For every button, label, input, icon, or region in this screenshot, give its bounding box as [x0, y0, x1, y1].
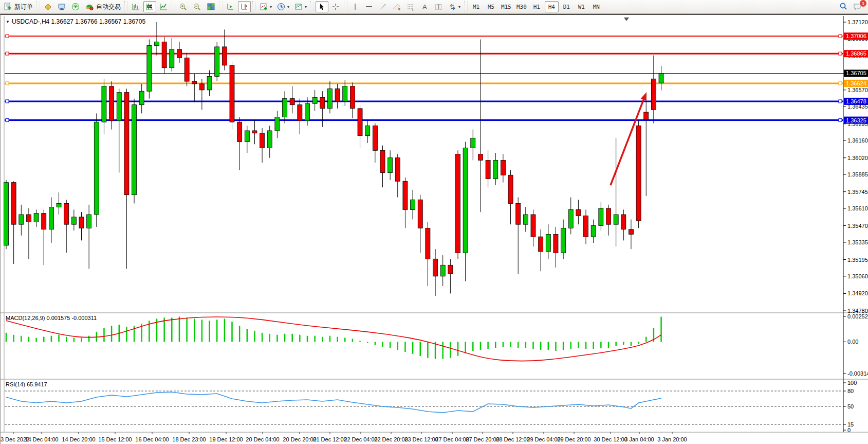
line-handle[interactable] — [6, 100, 9, 103]
diamond-icon — [44, 3, 52, 11]
candle-chart-button[interactable] — [143, 1, 156, 12]
bar-chart-button[interactable] — [130, 1, 142, 12]
line-chart-button[interactable] — [157, 1, 170, 12]
line-handle[interactable] — [6, 34, 9, 38]
line-handle[interactable] — [6, 82, 9, 85]
tf-h1-button[interactable]: H1 — [530, 1, 544, 12]
candle — [486, 161, 490, 179]
auto-scroll-button[interactable] — [224, 1, 237, 12]
timeframe-label: W1 — [578, 4, 585, 10]
trendline-button[interactable] — [377, 1, 390, 12]
svg-text:30 Dec 12:00: 30 Dec 12:00 — [594, 436, 627, 442]
candle — [260, 133, 265, 148]
svg-text:1.35335: 1.35335 — [847, 239, 868, 245]
line-handle[interactable] — [839, 82, 842, 85]
candle — [433, 259, 438, 276]
candle — [298, 105, 302, 121]
line-handle[interactable] — [839, 34, 842, 38]
chart-canvas[interactable]: 1.371201.369851.368451.367051.365701.364… — [1, 15, 868, 444]
candle — [245, 131, 249, 142]
candle — [335, 88, 340, 101]
toolbar-group — [129, 0, 171, 14]
candle — [568, 209, 573, 228]
candle — [584, 216, 588, 237]
svg-text:1.34920: 1.34920 — [847, 290, 868, 296]
candle — [456, 154, 460, 253]
cursor-button[interactable] — [316, 1, 328, 12]
candle — [327, 88, 332, 108]
chart-shift-button[interactable] — [238, 1, 251, 12]
zoom-out-button[interactable] — [191, 1, 204, 12]
candle — [659, 73, 663, 83]
candle — [343, 86, 347, 101]
profile-button[interactable] — [56, 1, 68, 12]
hline-button[interactable] — [363, 1, 376, 12]
candle — [124, 93, 129, 195]
candle — [117, 93, 121, 121]
fibo-icon: F — [407, 3, 415, 11]
candle — [192, 81, 197, 84]
notifications-button[interactable]: 1 — [851, 1, 864, 12]
svg-text:1.36705: 1.36705 — [846, 70, 866, 76]
new-order-button[interactable]: 新订单 — [2, 1, 35, 12]
tile-icon — [207, 3, 215, 11]
tf-m5-button[interactable]: M5 — [484, 1, 498, 12]
crosshair-button[interactable] — [329, 1, 342, 12]
svg-text:29 Dec 04:00: 29 Dec 04:00 — [527, 436, 560, 442]
tf-m1-button[interactable]: M1 — [469, 1, 483, 12]
autotrade-icon — [85, 3, 94, 11]
line-handle[interactable] — [839, 119, 842, 122]
svg-text:1.36325: 1.36325 — [846, 117, 866, 123]
svg-text:-0.003149: -0.003149 — [847, 370, 868, 377]
symbols-button[interactable] — [42, 1, 54, 12]
chevron-down-icon: ▾ — [270, 5, 272, 9]
candle — [629, 229, 633, 235]
candle — [207, 76, 212, 90]
autotrade-button[interactable]: 自动交易 — [83, 1, 123, 12]
search-button[interactable] — [837, 1, 850, 12]
periods-button[interactable]: ▾ — [275, 1, 291, 12]
tile-windows-button[interactable] — [205, 1, 217, 12]
tf-mn-button[interactable]: MN — [589, 1, 603, 12]
channel-button[interactable]: E — [391, 1, 403, 12]
timeframe-label: M5 — [488, 4, 494, 10]
svg-text:28 Dec 12:00: 28 Dec 12:00 — [496, 436, 529, 442]
candle — [553, 234, 558, 253]
candle — [621, 215, 626, 229]
crosshair-icon — [331, 3, 340, 11]
line-handle[interactable] — [839, 52, 842, 55]
tf-h4-button[interactable]: H4 — [545, 1, 559, 12]
tf-d1-button[interactable]: D1 — [560, 1, 574, 12]
vline-button[interactable] — [349, 1, 362, 12]
line-handle[interactable] — [839, 100, 842, 103]
indicators-button[interactable]: ▾ — [257, 1, 274, 12]
tf-m30-button[interactable]: M30 — [514, 1, 529, 12]
line-handle[interactable] — [6, 119, 9, 122]
fibo-button[interactable]: F — [404, 1, 417, 12]
candle — [644, 112, 649, 119]
zoom-in-icon — [179, 3, 188, 11]
clock-icon — [277, 3, 286, 11]
bar-chart-icon — [132, 3, 140, 11]
toolbar-separator — [252, 1, 256, 12]
text-button[interactable]: A — [418, 1, 431, 12]
candle — [71, 217, 76, 224]
candle — [57, 203, 61, 207]
svg-text:0: 0 — [847, 427, 851, 433]
candle — [305, 103, 310, 121]
zoom-in-button[interactable] — [177, 1, 190, 12]
templates-button[interactable]: ▾ — [292, 1, 309, 12]
candle — [478, 154, 483, 161]
line-handle[interactable] — [6, 52, 9, 55]
signals-button[interactable] — [69, 1, 82, 12]
candle — [395, 158, 400, 182]
candle — [42, 214, 46, 229]
label-button[interactable]: T — [432, 1, 445, 12]
shapes-button[interactable]: ▾ — [446, 1, 463, 12]
toolbar-group: M1M5M15M30H1H4D1W1MN — [469, 0, 604, 14]
tf-m15-button[interactable]: M15 — [499, 1, 513, 12]
svg-text:20 Dec 20:00: 20 Dec 20:00 — [283, 436, 316, 442]
tf-w1-button[interactable]: W1 — [575, 1, 588, 12]
chart-dropdown-icon[interactable]: ▼ — [6, 20, 10, 24]
chart-window: 1.371201.369851.368451.367051.365701.364… — [0, 14, 868, 444]
